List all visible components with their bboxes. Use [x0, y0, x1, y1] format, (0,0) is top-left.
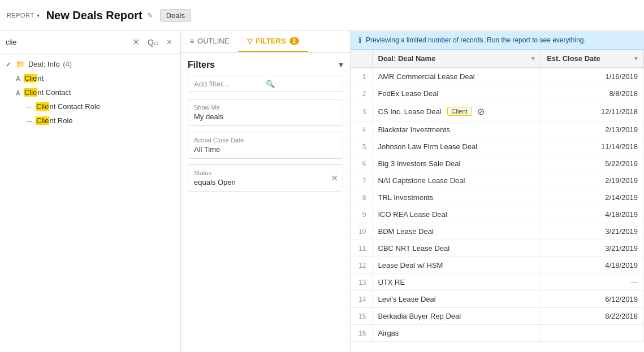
top-bar: REPORT ▾ New Deals Report ✎ Deals [0, 0, 644, 31]
tab-outline[interactable]: ≡ OUTLINE [181, 31, 238, 52]
report-label: REPORT [7, 12, 34, 19]
report-dropdown-icon[interactable]: ▾ [37, 12, 40, 19]
table-row[interactable]: 12Lease Deal w/ HSM4/18/2019 [351, 257, 644, 274]
deal-name-cell[interactable]: Airgas [372, 325, 541, 342]
row-number: 16 [351, 325, 372, 342]
client-role-label: Client Role [36, 116, 73, 125]
row-number: 5 [351, 138, 372, 155]
est-close-date-sort-icon[interactable]: ▾ [634, 55, 638, 62]
table-row[interactable]: 9ICO REA Lease Deal4/18/2019 [351, 206, 644, 223]
est-close-date-cell: 3/21/2019 [541, 223, 644, 240]
preview-text: Previewing a limited number of records. … [366, 36, 586, 44]
client-contact-role-label: Client Contact Role [36, 102, 100, 111]
deal-name-cell[interactable]: TRL Investments [372, 189, 541, 206]
col-deal-name[interactable]: Deal: Deal Name ▾ [372, 50, 541, 68]
status-value: equals Open [194, 178, 337, 186]
deal-name-cell[interactable]: BDM Lease Deal [372, 223, 541, 240]
search-input[interactable] [6, 38, 127, 46]
show-me-filter[interactable]: Show Me My deals [188, 99, 343, 126]
show-me-value: My deals [194, 112, 337, 121]
est-close-date-cell: 8/8/2018 [541, 85, 644, 102]
est-close-date-cell [541, 325, 644, 342]
deal-name-sort-icon[interactable]: ▾ [531, 55, 535, 62]
table-row[interactable]: 6Big 3 Investors Sale Deal5/22/2019 [351, 155, 644, 172]
table-row[interactable]: 14Levi's Lease Deal6/12/2019 [351, 291, 644, 308]
deal-name-cell[interactable]: Levi's Lease Deal [372, 291, 541, 308]
dash-icon3: — [26, 103, 32, 110]
deal-name-cell[interactable]: FedEx Lease Deal [372, 85, 541, 102]
dash-icon4: — [26, 118, 32, 124]
table-row[interactable]: 8TRL Investments2/14/2019 [351, 189, 644, 206]
sidebar-item-client-contact-role[interactable]: ✓ — Client Contact Role [0, 99, 180, 114]
row-number: 1 [351, 68, 372, 85]
deal-name-text: CS Inc. Lease Deal [378, 107, 442, 116]
sidebar-item-client-role[interactable]: ✓ — Client Role [0, 114, 180, 128]
outline-icon: ≡ [190, 37, 194, 45]
deal-name-cell[interactable]: UTX RE [372, 274, 541, 291]
client-label: Client [24, 74, 44, 82]
col-est-close-date[interactable]: Est. Close Date ▾ [541, 50, 644, 68]
deal-name-cell[interactable]: Blackstar Investments [372, 121, 541, 138]
table-row[interactable]: 10BDM Lease Deal3/21/2019 [351, 223, 644, 240]
table-row[interactable]: 1AMR Commercial Lease Deal1/16/2019 [351, 68, 644, 85]
show-me-label: Show Me [194, 104, 337, 111]
actual-close-date-filter[interactable]: Actual Close Date All Time [188, 132, 343, 159]
deal-name-cell[interactable]: AMR Commercial Lease Deal [372, 68, 541, 85]
sidebar-item-client-contact[interactable]: A Client Contact [0, 85, 180, 99]
row-number: 9 [351, 206, 372, 223]
col-row-num [351, 50, 372, 68]
tab-filters[interactable]: ▽ FILTERS 2 [238, 31, 308, 52]
table-container: Deal: Deal Name ▾ Est. Close Date ▾ [351, 50, 644, 352]
clear-button[interactable]: ✕ [130, 36, 142, 49]
deal-name-cell[interactable]: Johnson Law Firm Lease Deal [372, 138, 541, 155]
table-row[interactable]: 2FedEx Lease Deal8/8/2018 [351, 85, 644, 102]
row-number: 11 [351, 240, 372, 257]
filter-collapse-button[interactable]: ▾ [339, 59, 343, 70]
content-area: ≡ OUTLINE ▽ FILTERS 2 Filters ▾ [181, 31, 644, 352]
table-row[interactable]: 13UTX RE— [351, 274, 644, 291]
deal-name-cell[interactable]: ICO REA Lease Deal [372, 206, 541, 223]
close-search-button[interactable]: ✕ [164, 37, 175, 47]
filter-panel: ≡ OUTLINE ▽ FILTERS 2 Filters ▾ [181, 31, 351, 352]
advanced-search-button[interactable]: Q⌕ [145, 37, 161, 48]
status-filter-close[interactable]: ✕ [331, 173, 338, 184]
deal-name-cell[interactable]: NAI Captstone Lease Deal [372, 172, 541, 189]
col-deal-name-label: Deal: Deal Name [378, 54, 436, 63]
deal-name-cell[interactable]: CS Inc. Lease Deal Client ⊘ [372, 102, 541, 121]
deal-name-cell[interactable]: Big 3 Investors Sale Deal [372, 155, 541, 172]
filter-header: Filters ▾ [188, 59, 343, 70]
deal-name-cell[interactable]: Berkadia Buyer Rep Deal [372, 308, 541, 325]
table-row[interactable]: 3 CS Inc. Lease Deal Client ⊘ 12/11/2018 [351, 102, 644, 121]
sidebar-list: ✓ 📁 Deal: Info (4) A Client A Client Con… [0, 54, 180, 352]
table-row[interactable]: 5Johnson Law Firm Lease Deal11/14/2018 [351, 138, 644, 155]
check-icon: ✓ [6, 60, 14, 68]
row-number: 13 [351, 274, 372, 291]
est-close-date-cell: 2/13/2019 [541, 121, 644, 138]
edit-icon[interactable]: ✎ [147, 11, 153, 20]
sidebar-item-deal-info[interactable]: ✓ 📁 Deal: Info (4) [0, 57, 180, 71]
filter-badge: 2 [289, 37, 300, 45]
add-filter-box[interactable]: Add filter... 🔍 [188, 76, 343, 92]
row-number: 14 [351, 291, 372, 308]
est-close-date-cell: — [541, 274, 644, 291]
row-number: 12 [351, 257, 372, 274]
row-number: 4 [351, 121, 372, 138]
sidebar-item-client[interactable]: A Client [0, 71, 180, 85]
deal-info-label: Deal: Info (4) [28, 60, 72, 68]
table-row[interactable]: 16Airgas [351, 325, 644, 342]
deal-name-cell[interactable]: Lease Deal w/ HSM [372, 257, 541, 274]
tabs-bar: ≡ OUTLINE ▽ FILTERS 2 [181, 31, 350, 53]
table-row[interactable]: 11CBC NRT Lease Deal3/21/2019 [351, 240, 644, 257]
status-filter[interactable]: Status equals Open ✕ [188, 164, 343, 192]
est-close-date-cell: 5/22/2019 [541, 155, 644, 172]
row-number: 6 [351, 155, 372, 172]
filter-body: Filters ▾ Add filter... 🔍 Show Me My dea… [181, 53, 350, 352]
block-icon: ⊘ [477, 107, 485, 116]
table-row[interactable]: 4Blackstar Investments2/13/2019 [351, 121, 644, 138]
table-row[interactable]: 15Berkadia Buyer Rep Deal8/22/2018 [351, 308, 644, 325]
col-est-close-date-label: Est. Close Date [547, 54, 600, 63]
deal-name-cell[interactable]: CBC NRT Lease Deal [372, 240, 541, 257]
table-row[interactable]: 7NAI Captstone Lease Deal2/19/2019 [351, 172, 644, 189]
client-contact-label: Client Contact [24, 88, 71, 97]
row-number: 7 [351, 172, 372, 189]
